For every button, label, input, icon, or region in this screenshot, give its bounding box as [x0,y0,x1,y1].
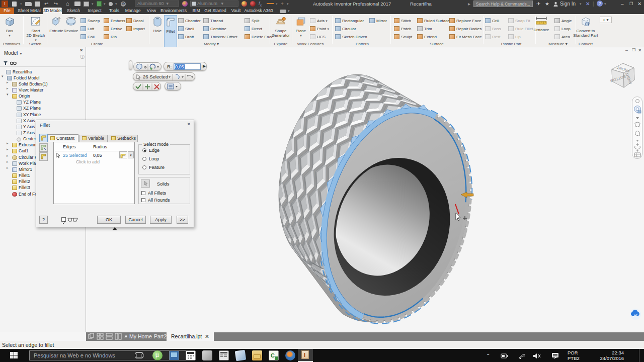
svg-text:26 Selected: 26 Selected [143,74,168,79]
